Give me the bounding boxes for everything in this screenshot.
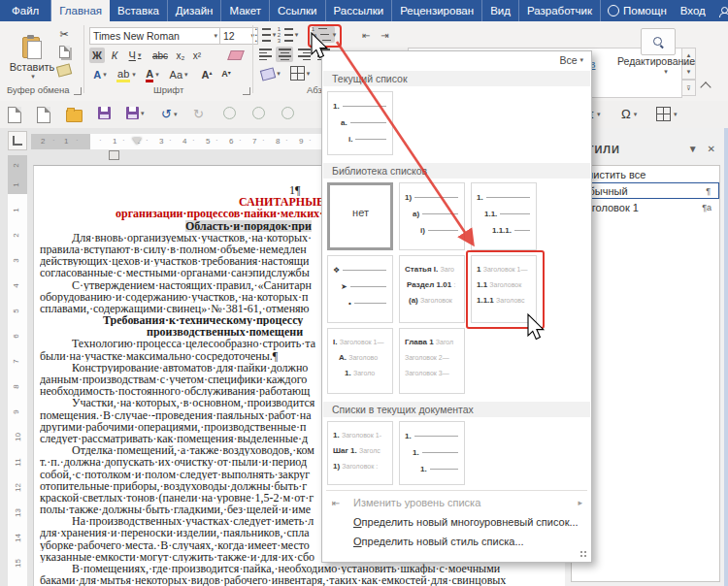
- bold-button[interactable]: Ж: [89, 48, 105, 63]
- menu-item-label: Изменить уровень списка: [353, 497, 480, 508]
- list-style-box-7[interactable]: Глава 1 ЗаголЗаголовок 2—Заголовок 3—: [399, 328, 465, 394]
- highlight-icon: ab: [116, 68, 130, 82]
- cut-button[interactable]: ✂: [55, 27, 73, 41]
- font-family-combo[interactable]: Times New Roman▾: [89, 27, 221, 45]
- table-icon: [656, 107, 671, 121]
- tab-8[interactable]: Вид: [482, 0, 519, 21]
- superscript-button[interactable]: x²: [189, 48, 205, 63]
- styles-pane-close-icon[interactable]: ✕: [708, 144, 715, 154]
- font-color-button[interactable]: А▾: [142, 67, 163, 82]
- left-indent-marker[interactable]: [109, 150, 119, 160]
- list-filter-dropdown[interactable]: Все▾: [559, 54, 583, 66]
- copy-button[interactable]: [55, 45, 73, 58]
- document-list-box-0[interactable]: 1. Заголовок 1-Шаг 1. Заголс1) Заголовок…: [327, 421, 393, 485]
- highlight-button[interactable]: ab▾: [115, 67, 138, 82]
- titlebar-item-label: Помощн: [623, 5, 667, 16]
- list-style-box-2[interactable]: 1.1.1.1.1.1.: [471, 182, 537, 250]
- style-item-2[interactable]: Заголовок 1¶a: [572, 199, 719, 215]
- titlebar-item-label: Вход: [680, 5, 706, 16]
- current-list-preview[interactable]: 1.a.i.: [327, 91, 393, 155]
- undo-button[interactable]: ↺▾: [161, 107, 177, 121]
- styles-pane-dropdown-icon[interactable]: ▼: [688, 144, 698, 154]
- clipboard-dialog-launcher[interactable]: [74, 87, 82, 95]
- tab-file[interactable]: Файл: [0, 0, 51, 21]
- list-style-box-1[interactable]: 1)a)i): [399, 182, 465, 250]
- new-document-button[interactable]: [8, 107, 21, 123]
- grow-font-button[interactable]: А▴: [198, 67, 215, 82]
- change-case-button[interactable]: Аа▾: [167, 67, 190, 82]
- save-as-button[interactable]: ▾: [126, 107, 145, 119]
- paste-icon: [22, 35, 42, 58]
- style-item-0[interactable]: Очистить все: [572, 166, 719, 182]
- paste-button[interactable]: Вставить ▾: [10, 26, 54, 88]
- decrease-indent-button[interactable]: ⇤: [358, 27, 375, 43]
- bullets-button[interactable]: •••▾: [255, 27, 276, 43]
- gallery-more-icon[interactable]: ⊽: [681, 80, 696, 96]
- chevron-up-icon: [700, 81, 711, 92]
- titlebar-item-1[interactable]: Вход: [674, 0, 712, 21]
- lightbulb-icon: [608, 5, 619, 16]
- first-line-indent-marker[interactable]: [132, 138, 142, 149]
- tab-selector[interactable]: [8, 131, 27, 150]
- list-style-box-3[interactable]: ❖➤•: [327, 255, 393, 323]
- tab-7[interactable]: Рецензирован: [392, 0, 482, 21]
- strikethrough-button[interactable]: abc: [149, 48, 171, 63]
- table-button[interactable]: ▾: [656, 107, 678, 121]
- underline-button[interactable]: Ч▾: [124, 48, 146, 63]
- save-button[interactable]: [98, 107, 111, 119]
- tab-2[interactable]: Вставка: [110, 0, 168, 21]
- editing-dropdown-button[interactable]: ▾: [658, 67, 672, 77]
- section-list-library: Библиотека списков: [323, 163, 590, 179]
- numbering-icon: 123: [278, 27, 293, 43]
- search-icon: [653, 37, 663, 47]
- annotation-box-gallery: [466, 250, 545, 329]
- titlebar-item-0[interactable]: Помощн: [601, 0, 674, 21]
- tab-1[interactable]: Главная: [51, 0, 110, 21]
- clipboard-group-label: Буфер обмена: [7, 84, 70, 95]
- menu-item-2[interactable]: Определить новый стиль списка...: [323, 532, 590, 551]
- tab-6[interactable]: Рассылки: [326, 0, 393, 21]
- tab-9[interactable]: Разработчик: [519, 0, 601, 21]
- save-as-icon: [126, 107, 139, 119]
- format-painter-button[interactable]: [55, 62, 73, 76]
- menu-item-1[interactable]: Определить новый многоуровневый список..…: [323, 512, 590, 532]
- font-dialog-launcher[interactable]: [243, 87, 250, 95]
- qat-command-3[interactable]: [281, 107, 294, 119]
- align-right-button[interactable]: [295, 47, 313, 62]
- open-button[interactable]: [66, 107, 83, 122]
- section-current-list: Текущий список: [323, 71, 590, 86]
- document-line: баками·для·мытья·некоторых·видов·рабочег…: [40, 574, 601, 586]
- text-effects-button[interactable]: А▾: [89, 67, 111, 82]
- increase-indent-button[interactable]: ⇥: [377, 27, 393, 43]
- open-folder-icon: [66, 110, 83, 122]
- shrink-font-button[interactable]: А▾: [217, 67, 235, 81]
- tab-3[interactable]: Дизайн: [168, 0, 222, 21]
- subscript-button[interactable]: x₂: [173, 48, 188, 63]
- list-style-box-6[interactable]: I. Заголовок 1—A. Заголово1. Заголо: [327, 328, 393, 394]
- multilevel-list-dropdown: Все▾ Текущий список Библиотека списков С…: [321, 50, 592, 563]
- italic-button[interactable]: К: [107, 48, 122, 63]
- qat-command-2[interactable]: [252, 107, 265, 119]
- clear-formatting-button[interactable]: [226, 48, 246, 63]
- align-left-button[interactable]: [256, 47, 274, 62]
- shading-button[interactable]: ▾: [258, 65, 283, 81]
- new-blank-button[interactable]: [37, 107, 50, 123]
- redo-icon: ↻: [193, 107, 204, 121]
- list-style-box-4[interactable]: Статья I. ЗагоРаздел 1.01 :(a) Заголовок: [399, 255, 465, 323]
- tab-5[interactable]: Ссылки: [270, 0, 326, 21]
- style-item-1[interactable]: Обычный¶: [572, 182, 719, 199]
- numbering-button[interactable]: 123▾: [278, 27, 298, 43]
- tab-4[interactable]: Макет: [221, 0, 270, 21]
- align-center-button[interactable]: [276, 47, 293, 62]
- find-button[interactable]: [641, 28, 676, 55]
- document-list-box-1[interactable]: 1.1.1.: [399, 421, 465, 485]
- qat-command-1[interactable]: [223, 107, 236, 119]
- collapse-ribbon-button[interactable]: [699, 81, 712, 93]
- borders-button[interactable]: ▾: [287, 65, 313, 81]
- dropdown-resize-grip[interactable]: [580, 551, 588, 559]
- circle-icon: [252, 107, 265, 119]
- titlebar-item-2[interactable]: Общий доступ: [712, 0, 728, 21]
- symbol-button[interactable]: Ω▾: [621, 107, 637, 121]
- list-style-box-0[interactable]: нет: [327, 182, 393, 250]
- redo-button[interactable]: ↻: [193, 107, 204, 121]
